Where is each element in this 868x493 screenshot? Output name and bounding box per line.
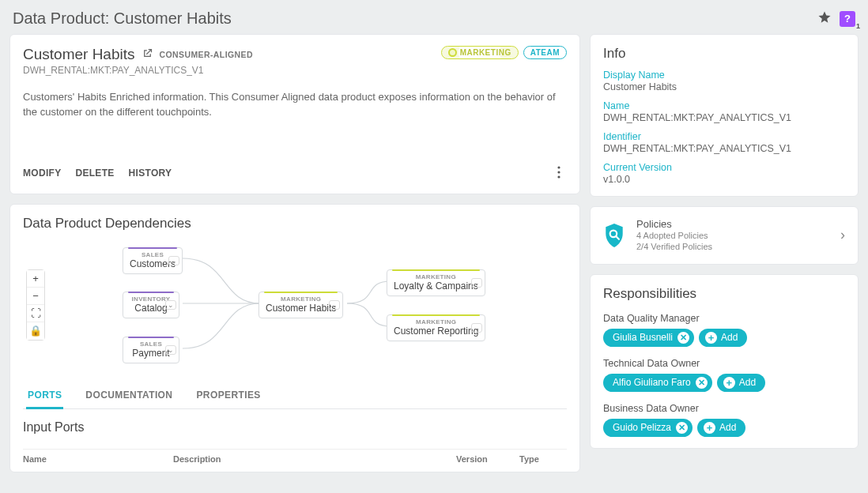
chevron-down-icon[interactable]: ⌄ <box>471 278 482 288</box>
col-type: Type <box>519 454 567 464</box>
ports-table-header: Name Description Version Type <box>23 449 567 469</box>
product-description: Customers' Habits Enriched information. … <box>23 90 560 120</box>
chevron-right-icon: › <box>840 227 845 243</box>
col-name: Name <box>23 454 173 464</box>
add-person-button[interactable]: + Add <box>697 419 745 437</box>
node-name: Customer Habits <box>266 303 336 314</box>
chevron-down-icon[interactable]: ⌄ <box>165 300 176 310</box>
domain-chip[interactable]: MARKETING <box>441 46 519 59</box>
node-domain: MARKETING <box>266 295 336 303</box>
add-label: Add <box>719 422 736 433</box>
team-chip[interactable]: ATEAM <box>523 46 567 59</box>
person-pill[interactable]: Giulia Busnelli ✕ <box>603 329 694 347</box>
input-ports-title: Input Ports <box>23 420 567 435</box>
person-pill[interactable]: Guido Pelizza ✕ <box>603 419 693 437</box>
domain-chip-label: MARKETING <box>460 48 511 57</box>
remove-icon[interactable]: ✕ <box>677 332 689 344</box>
chevron-down-icon[interactable]: ⌄ <box>329 300 340 310</box>
info-display-name: Customer Habits <box>603 81 845 92</box>
page-title: Data Product: Customer Habits <box>13 9 232 28</box>
detail-tabs: PORTS DOCUMENTATION PROPERTIES <box>23 383 567 409</box>
alignment-badge: CONSUMER-ALIGNED <box>160 50 253 59</box>
dependencies-card: Data Product Dependencies + − ⛶ 🔒 <box>9 204 580 472</box>
tab-documentation[interactable]: DOCUMENTATION <box>84 383 174 408</box>
plus-icon: + <box>705 332 717 344</box>
graph-node-catalog[interactable]: INVENTORY Catalog ⌄ <box>123 292 179 318</box>
product-code: DWH_RENTAL:MKT:PAY_ANALYTICS_V1 <box>23 65 253 76</box>
role-data-quality-manager: Data Quality Manager Giulia Busnelli ✕ +… <box>603 313 845 347</box>
more-menu-icon[interactable] <box>551 164 567 183</box>
tab-properties[interactable]: PROPERTIES <box>194 383 262 408</box>
policies-title: Policies <box>636 218 712 230</box>
graph-node-customers[interactable]: SALES Customers ⌄ <box>123 247 183 274</box>
person-name: Giulia Busnelli <box>613 332 673 343</box>
graph-node-habits[interactable]: MARKETING Customer Habits ⌄ <box>259 292 343 318</box>
svg-point-0 <box>557 166 560 168</box>
info-name-label: Name <box>603 100 845 111</box>
help-icon[interactable]: ? <box>840 11 855 27</box>
domain-dot-icon <box>448 48 457 57</box>
role-label: Business Data Owner <box>603 403 845 414</box>
role-technical-data-owner: Technical Data Owner Alfio Giuliano Faro… <box>603 358 845 392</box>
policies-verified: 2/4 Verified Policies <box>636 241 712 252</box>
add-person-button[interactable]: + Add <box>717 374 765 392</box>
add-label: Add <box>721 332 738 343</box>
node-name: Customer Reporting <box>394 326 478 337</box>
info-name: DWH_RENTAL:MKT:PAY_ANALYTICS_V1 <box>603 112 845 123</box>
history-button[interactable]: HISTORY <box>129 167 172 179</box>
graph-node-reporting[interactable]: MARKETING Customer Reporting ⌄ <box>387 314 485 341</box>
policies-adopted: 4 Adopted Policies <box>636 230 712 241</box>
chevron-down-icon[interactable]: ⌄ <box>168 256 179 265</box>
chevron-down-icon[interactable]: ⌄ <box>165 345 176 355</box>
graph-node-payment[interactable]: SALES Payment ⌄ <box>123 337 179 363</box>
remove-icon[interactable]: ✕ <box>696 377 708 389</box>
info-card: Info Display Name Customer Habits Name D… <box>590 34 859 197</box>
info-version-label: Current Version <box>603 162 845 173</box>
dependency-graph[interactable]: + − ⛶ 🔒 SALES Cu <box>23 238 567 377</box>
tab-ports[interactable]: PORTS <box>26 383 63 409</box>
plus-icon: + <box>704 422 715 434</box>
policies-card[interactable]: Policies 4 Adopted Policies 2/4 Verified… <box>590 206 859 265</box>
add-person-button[interactable]: + Add <box>699 329 747 347</box>
shield-search-icon <box>603 224 625 247</box>
delete-button[interactable]: DELETE <box>75 167 114 179</box>
node-domain: MARKETING <box>394 318 478 326</box>
node-domain: MARKETING <box>394 273 478 280</box>
modify-button[interactable]: MODIFY <box>23 167 61 179</box>
role-label: Data Quality Manager <box>603 313 845 324</box>
add-label: Add <box>739 377 756 388</box>
person-name: Guido Pelizza <box>613 422 671 433</box>
plus-icon: + <box>723 377 735 389</box>
remove-icon[interactable]: ✕ <box>676 422 688 434</box>
role-business-data-owner: Business Data Owner Guido Pelizza ✕ + Ad… <box>603 403 845 437</box>
node-name: Loyalty & Campains <box>394 280 478 292</box>
share-icon[interactable] <box>142 47 153 62</box>
info-identifier-label: Identifier <box>603 131 845 142</box>
chevron-down-icon[interactable]: ⌄ <box>471 323 482 333</box>
col-version: Version <box>456 454 519 464</box>
svg-point-2 <box>557 175 560 178</box>
responsibilities-title: Responsibilities <box>603 286 845 302</box>
summary-card: Customer Habits CONSUMER-ALIGNED DWH_REN… <box>9 34 580 194</box>
svg-point-1 <box>557 171 560 173</box>
dependencies-title: Data Product Dependencies <box>23 216 567 231</box>
info-identifier: DWH_RENTAL:MKT:PAY_ANALYTICS_V1 <box>603 143 845 154</box>
col-description: Description <box>173 454 456 464</box>
role-label: Technical Data Owner <box>603 358 845 369</box>
person-pill[interactable]: Alfio Giuliano Faro ✕ <box>603 374 712 392</box>
person-name: Alfio Giuliano Faro <box>613 377 691 388</box>
info-title: Info <box>603 46 845 62</box>
star-icon[interactable] <box>817 10 832 27</box>
responsibilities-card: Responsibilities Data Quality Manager Gi… <box>590 274 859 449</box>
graph-node-loyalty[interactable]: MARKETING Loyalty & Campains ⌄ <box>387 269 485 296</box>
product-title: Customer Habits <box>23 46 135 63</box>
info-version: v1.0.0 <box>603 174 845 185</box>
info-display-name-label: Display Name <box>603 70 845 81</box>
